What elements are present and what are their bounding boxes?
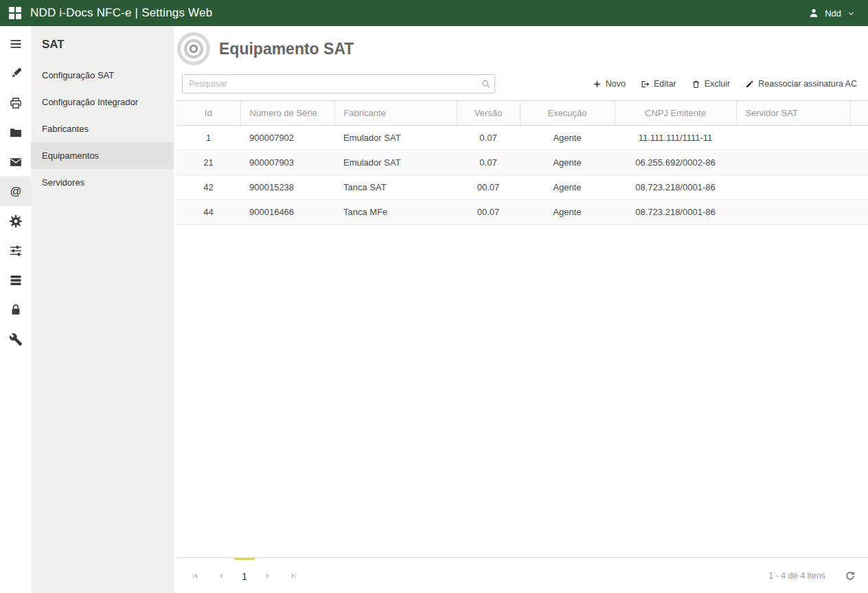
last-page-icon	[289, 571, 299, 581]
pager-last-button[interactable]	[281, 558, 307, 593]
search-input[interactable]	[182, 74, 495, 93]
table-cell: 42	[176, 175, 240, 200]
rail-item-sliders[interactable]	[0, 236, 31, 265]
column-header-n-mero-de-s-rie[interactable]: Número de Série	[240, 101, 334, 126]
column-header-vers-o[interactable]: Versão	[457, 101, 520, 126]
pager-info: 1 - 4 de 4 itens	[768, 571, 825, 581]
search-icon[interactable]	[481, 79, 491, 89]
table-cell: 0.07	[457, 126, 520, 150]
column-header-servidor-sat[interactable]: Servidor SAT	[736, 101, 850, 126]
new-button[interactable]: Novo	[593, 79, 626, 89]
lock-icon	[9, 303, 23, 317]
sidebar-item-configura-o-sat[interactable]: Configuração SAT	[31, 62, 174, 89]
prev-page-icon	[216, 571, 226, 581]
reassign-signature-button-label: Reassociar assinatura AC	[758, 79, 857, 89]
table-cell: 44	[176, 200, 240, 225]
table-cell: Agente	[520, 175, 615, 200]
delete-button-label: Excluir	[705, 79, 731, 89]
rail-item-folder[interactable]	[0, 118, 31, 147]
chevron-down-icon	[847, 9, 856, 18]
refresh-button[interactable]	[845, 570, 856, 581]
pager-next-button[interactable]	[255, 558, 281, 593]
svg-text:@: @	[10, 185, 21, 198]
rail-item-server[interactable]	[0, 265, 31, 295]
table-cell: 900016466	[240, 200, 334, 225]
column-header-execu-o[interactable]: Execução	[520, 101, 615, 126]
gear-icon	[9, 214, 23, 228]
new-button-label: Novo	[606, 79, 626, 89]
page-logo-icon	[176, 32, 211, 66]
pager-page-1[interactable]: 1	[234, 558, 255, 593]
rail-item-menu[interactable]	[0, 29, 31, 58]
main-content: Equipamento SAT Novo Editar	[174, 26, 868, 593]
rail-item-printer[interactable]	[0, 88, 31, 118]
rail-item-mail[interactable]	[0, 147, 31, 177]
folder-icon	[9, 126, 23, 139]
sidebar: SAT Configuração SATConfiguração Integra…	[31, 26, 174, 593]
table-cell	[736, 126, 850, 150]
table-cell: Emulador SAT	[334, 150, 457, 175]
server-icon	[9, 273, 23, 287]
delete-button[interactable]: Excluir	[692, 79, 731, 89]
at-icon: @	[9, 185, 23, 199]
sidebar-item-fabricantes[interactable]: Fabricantes	[31, 115, 174, 142]
brush-icon	[9, 67, 23, 80]
table-cell: 21	[176, 150, 240, 175]
app-logo-icon[interactable]	[8, 6, 22, 20]
sidebar-item-equipamentos[interactable]: Equipamentos	[31, 142, 174, 169]
table-header-row: IdNúmero de SérieFabricanteVersãoExecuçã…	[176, 101, 868, 126]
rail-item-lock[interactable]	[0, 295, 31, 324]
pager: 1 1 - 4 de 4 itens	[176, 557, 868, 593]
column-header-id[interactable]: Id	[176, 101, 240, 126]
user-icon	[808, 8, 819, 19]
reassign-signature-button[interactable]: Reassociar assinatura AC	[745, 79, 857, 89]
table-cell: 06.255.692/0002-86	[615, 150, 736, 175]
table-cell: 00.07	[457, 200, 520, 225]
equipment-table: IdNúmero de SérieFabricanteVersãoExecuçã…	[176, 100, 868, 225]
table-cell: Agente	[520, 200, 615, 225]
app-title: NDD i-Docs NFC-e | Settings Web	[30, 6, 212, 20]
sliders-icon	[9, 244, 23, 258]
column-header-cnpj-emitente[interactable]: CNPJ Emitente	[615, 101, 736, 126]
table-cell: Tanca MFe	[334, 200, 457, 225]
table-row[interactable]: 42900015238Tanca SAT00.07Agente08.723.21…	[176, 175, 868, 200]
table-cell-spacer	[850, 175, 868, 200]
sidebar-item-configura-o-integrador[interactable]: Configuração Integrador	[31, 89, 174, 115]
table-cell: 900015238	[240, 175, 334, 200]
rail-item-brush[interactable]	[0, 58, 31, 88]
edit-button[interactable]: Editar	[641, 79, 676, 89]
icon-rail: @	[0, 26, 31, 593]
trash-icon	[692, 80, 700, 89]
table-cell: 1	[176, 126, 240, 150]
pager-first-button[interactable]	[182, 558, 208, 593]
table-row[interactable]: 44900016466Tanca MFe00.07Agente08.723.21…	[176, 200, 868, 225]
rail-item-gear[interactable]	[0, 206, 31, 236]
pencil-icon	[745, 80, 754, 89]
next-page-icon	[263, 571, 273, 581]
table-cell-spacer	[850, 200, 868, 225]
search-box	[182, 74, 495, 93]
column-header-spacer	[850, 101, 868, 126]
table-row[interactable]: 21900007903Emulador SAT0.07Agente06.255.…	[176, 150, 868, 175]
sidebar-title: SAT	[31, 26, 174, 62]
sidebar-item-servidores[interactable]: Servidores	[31, 169, 174, 196]
topbar: NDD i-Docs NFC-e | Settings Web Ndd	[0, 0, 868, 26]
rail-item-at[interactable]: @	[0, 177, 31, 206]
printer-icon	[9, 96, 23, 110]
table-cell: 900007902	[240, 126, 334, 150]
user-name: Ndd	[825, 8, 841, 19]
table-cell: 08.723.218/0001-86	[615, 175, 736, 200]
edit-button-label: Editar	[654, 79, 676, 89]
rail-item-wrench[interactable]	[0, 324, 31, 354]
table-cell	[736, 200, 850, 225]
table-cell: Emulador SAT	[334, 126, 457, 150]
table-row[interactable]: 1900007902Emulador SAT0.07Agente11.111.1…	[176, 126, 868, 150]
table-cell: 08.723.218/0001-86	[615, 200, 736, 225]
user-menu[interactable]: Ndd	[808, 8, 856, 19]
table-cell: Agente	[520, 126, 615, 150]
pager-prev-button[interactable]	[208, 558, 234, 593]
table-cell: Tanca SAT	[334, 175, 457, 200]
column-header-fabricante[interactable]: Fabricante	[334, 101, 457, 126]
table-cell	[736, 175, 850, 200]
grid-toolbar: Novo Editar Excluir Reassociar assinatur…	[593, 79, 857, 89]
